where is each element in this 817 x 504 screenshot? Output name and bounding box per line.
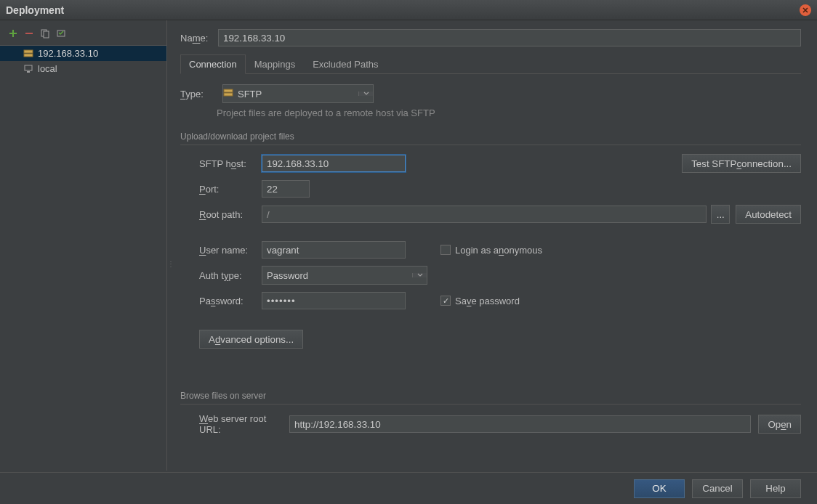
tab-connection[interactable]: Connection [180, 54, 246, 74]
server-tree: 192.168.33.10 local [0, 45, 166, 76]
type-label: Type: [180, 89, 217, 99]
sidebar-item-remote[interactable]: 192.168.33.10 [0, 46, 166, 61]
autodetect-button[interactable]: Autodetect [736, 205, 801, 224]
svg-rect-4 [24, 54, 33, 57]
user-input[interactable] [262, 241, 406, 259]
ok-button[interactable]: OK [634, 479, 685, 498]
type-select[interactable]: SFTP [222, 84, 374, 103]
anonymous-label: Login as anonymous [455, 245, 542, 256]
name-label: Name: [180, 33, 218, 44]
svg-rect-1 [44, 31, 49, 38]
type-value: SFTP [238, 89, 262, 99]
password-label: Password: [180, 296, 262, 306]
window-title: Deployment [6, 4, 800, 16]
add-icon[interactable] [7, 28, 19, 39]
open-button[interactable]: Open [758, 415, 801, 434]
default-icon[interactable] [55, 28, 67, 39]
test-connection-button[interactable]: Test SFTP connection... [682, 154, 801, 173]
type-description: Project files are deployed to a remote h… [217, 107, 801, 118]
web-url-input[interactable] [289, 415, 751, 433]
save-password-label: Save password [455, 296, 520, 306]
sidebar-item-label: 192.168.33.10 [38, 48, 98, 59]
anonymous-checkbox[interactable] [440, 245, 451, 255]
auth-label: Auth type: [180, 270, 262, 281]
web-url-label: Web server root URL: [180, 413, 289, 435]
tab-excluded[interactable]: Excluded Paths [304, 54, 387, 74]
help-button[interactable]: Help [750, 479, 801, 498]
splitter-grip[interactable]: ⋮ [167, 260, 172, 272]
password-input[interactable] [262, 292, 406, 309]
browse-root-button[interactable]: ... [711, 205, 730, 224]
user-label: User name: [180, 245, 262, 256]
name-input[interactable] [218, 29, 801, 46]
copy-icon[interactable] [39, 28, 51, 39]
host-label: SFTP host: [180, 158, 262, 169]
auth-value: Password [262, 270, 412, 281]
cancel-button[interactable]: Cancel [692, 479, 743, 498]
auth-select[interactable]: Password [262, 266, 427, 285]
host-input[interactable] [262, 155, 406, 172]
svg-rect-3 [24, 50, 33, 53]
local-server-icon [23, 65, 33, 73]
sftp-server-icon [23, 49, 33, 58]
remove-icon[interactable] [23, 28, 35, 39]
upload-section-label: Upload/download project files [180, 131, 801, 142]
tab-bar: Connection Mappings Excluded Paths [180, 54, 801, 74]
port-input[interactable] [262, 180, 310, 198]
svg-rect-6 [27, 71, 30, 73]
chevron-down-icon [358, 92, 373, 96]
browse-section-label: Browse files on server [180, 391, 801, 401]
content-pane: ⋮ Name: Connection Mappings Excluded Pat… [167, 20, 817, 471]
sidebar-toolbar [0, 25, 166, 45]
chevron-down-icon [412, 273, 427, 277]
save-password-checkbox[interactable] [440, 296, 451, 306]
sftp-icon [223, 89, 233, 99]
tab-mappings[interactable]: Mappings [246, 54, 304, 74]
root-input[interactable] [262, 206, 707, 223]
close-icon[interactable] [800, 4, 811, 16]
svg-rect-8 [224, 93, 233, 96]
svg-rect-5 [25, 65, 32, 70]
sidebar-item-label: local [38, 63, 57, 74]
svg-rect-7 [224, 89, 233, 92]
root-label: Root path: [180, 209, 262, 220]
sidebar: 192.168.33.10 local [0, 20, 167, 471]
titlebar: Deployment [0, 0, 817, 20]
dialog-button-bar: OK Cancel Help [0, 472, 817, 504]
sidebar-item-local[interactable]: local [0, 61, 166, 76]
port-label: Port: [180, 184, 262, 195]
advanced-options-button[interactable]: Advanced options... [199, 330, 303, 349]
